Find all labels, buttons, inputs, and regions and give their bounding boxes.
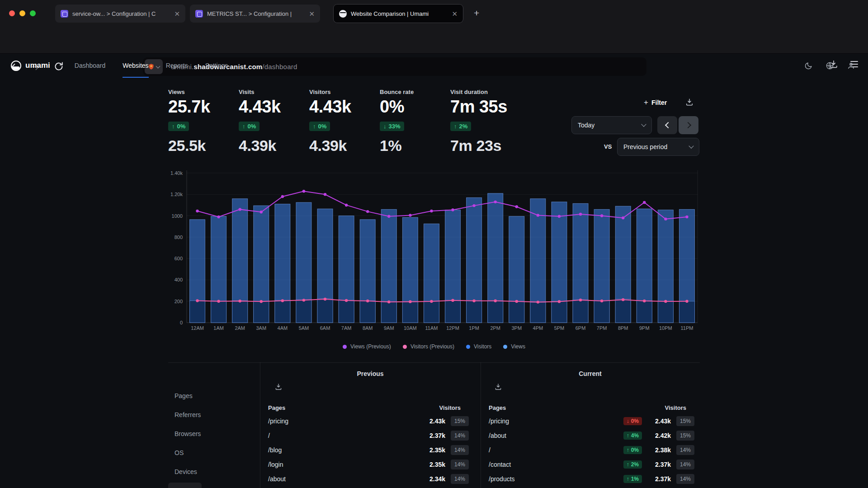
metric-value: 0% (380, 97, 450, 117)
visitors-value: 2.42k (646, 432, 671, 439)
change-badge: ↑1% (623, 475, 642, 483)
page-path-link[interactable]: / (489, 446, 623, 454)
percent-bar: 14% (451, 431, 469, 441)
page-path-link[interactable]: /contact (489, 461, 623, 468)
svg-text:2PM: 2PM (490, 325, 500, 331)
percent-bar: 15% (676, 416, 694, 426)
page-path-link[interactable]: /pricing (268, 418, 421, 425)
chart-canvas: 020040060080010001.20k1.40k12AM1AM2AM3AM… (168, 167, 700, 339)
table-row: /products ↑1% 2.37k 14% (489, 472, 694, 486)
previous-pages-table: Pages Visitors /pricing 2.43k 15% / 2.37… (268, 401, 469, 486)
percent-bar: 15% (676, 431, 694, 441)
chevron-right-icon (684, 122, 691, 128)
metric-bounce-rate: Bounce rate 0% ↓33% 1% (380, 89, 450, 155)
minimize-window-button[interactable] (19, 10, 25, 16)
metric-change-badge: ↑0% (168, 122, 189, 131)
nav-item-websites[interactable]: Websites (123, 53, 148, 78)
svg-text:6PM: 6PM (576, 325, 586, 331)
dashboard-content: Views 25.7k ↑0% 25.5k Visits 4.43k ↑0% 4… (168, 0, 700, 488)
metric-value: 4.43k (239, 97, 309, 117)
visitors-value: 2.34k (421, 475, 445, 483)
svg-text:10AM: 10AM (404, 325, 417, 331)
comparison-menu: Pages Referrers Browsers OS Devices (168, 388, 254, 488)
page-path-link[interactable]: /pricing (489, 418, 623, 425)
svg-text:11PM: 11PM (680, 325, 693, 331)
visitors-value: 2.37k (421, 432, 445, 439)
percent-bar: 15% (451, 416, 469, 426)
svg-text:3AM: 3AM (256, 325, 266, 331)
menu-item-os[interactable]: OS (168, 445, 254, 461)
menu-item-partial[interactable] (168, 483, 202, 488)
metric-visit-duration: Visit duration 7m 35s ↑2% 7m 23s (450, 89, 545, 155)
svg-text:400: 400 (175, 277, 183, 282)
nav-item-dashboard[interactable]: Dashboard (75, 53, 106, 78)
svg-text:5AM: 5AM (299, 325, 309, 331)
menu-item-pages[interactable]: Pages (168, 388, 254, 404)
svg-text:11AM: 11AM (425, 325, 438, 331)
download-previous-icon[interactable] (273, 381, 284, 393)
table-row: /contact ↑2% 2.37k 14% (489, 457, 694, 472)
current-column-title: Current (481, 370, 700, 377)
language-globe-icon[interactable] (826, 61, 834, 70)
next-period-button[interactable] (679, 116, 698, 134)
compare-select[interactable]: Previous period (617, 138, 699, 156)
legend-item: Visitors (466, 343, 491, 350)
visitors-value: 2.35k (421, 461, 445, 468)
metric-views: Views 25.7k ↑0% 25.5k (168, 89, 239, 155)
chart-legend: Views (Previous) Visitors (Previous) Vis… (168, 343, 700, 350)
legend-item: Visitors (Previous) (403, 343, 454, 350)
table-row: /blog 2.35k 14% (268, 443, 469, 457)
trend-arrow-icon: ↑ (627, 476, 629, 482)
svg-text:600: 600 (175, 256, 183, 261)
menu-item-browsers[interactable]: Browsers (168, 426, 254, 442)
percent-bar: 14% (451, 460, 469, 469)
table-header: Pages Visitors (489, 401, 694, 414)
page-path-link[interactable]: /blog (268, 446, 421, 454)
export-icon[interactable] (685, 98, 694, 107)
svg-text:0: 0 (180, 320, 183, 325)
table-header: Pages Visitors (268, 401, 469, 414)
svg-text:9PM: 9PM (639, 325, 650, 331)
previous-period-button[interactable] (657, 116, 677, 134)
table-row: / ↑0% 2.38k 14% (489, 443, 694, 457)
svg-text:1.20k: 1.20k (170, 192, 183, 197)
svg-text:12PM: 12PM (446, 325, 459, 331)
vs-label: VS (604, 143, 612, 150)
trend-arrow-icon: ↓ (383, 123, 387, 130)
svg-text:7PM: 7PM (597, 325, 607, 331)
browser-tab[interactable]: service-ow... > Configuration | C ✕ (55, 5, 185, 23)
metric-label: Visit duration (450, 89, 545, 95)
download-current-icon[interactable] (492, 381, 504, 393)
metric-label: Visitors (309, 89, 380, 95)
close-window-button[interactable] (9, 10, 15, 16)
page-path-link[interactable]: / (268, 432, 421, 439)
metric-change-badge: ↓33% (380, 122, 404, 131)
page-path-link[interactable]: /about (268, 475, 421, 483)
metric-change-badge: ↑0% (309, 122, 330, 131)
trend-arrow-icon: ↑ (627, 432, 629, 439)
umami-brand[interactable]: umami (11, 61, 50, 71)
metric-change-badge: ↑0% (239, 122, 259, 131)
date-range-select[interactable]: Today (571, 116, 652, 134)
svg-text:200: 200 (175, 299, 183, 304)
chevron-down-icon (689, 143, 693, 148)
page-path-link[interactable]: /about (489, 432, 623, 439)
page-path-link[interactable]: /login (268, 461, 421, 468)
theme-moon-icon[interactable] (804, 61, 813, 70)
header-icons (804, 61, 855, 70)
visitors-value: 2.35k (421, 446, 445, 454)
menu-item-referrers[interactable]: Referrers (168, 407, 254, 423)
percent-bar: 14% (451, 445, 469, 455)
plus-icon: + (644, 99, 648, 106)
change-badge: ↑0% (623, 446, 642, 454)
profile-icon[interactable] (847, 61, 855, 70)
table-row: /about ↑4% 2.42k 15% (489, 428, 694, 443)
page-path-link[interactable]: /products (489, 475, 623, 483)
filter-button[interactable]: + Filter (644, 99, 667, 106)
percent-bar: 14% (676, 460, 694, 469)
trend-arrow-icon: ↑ (454, 123, 457, 130)
svg-text:1AM: 1AM (213, 325, 224, 331)
menu-item-devices[interactable]: Devices (168, 464, 254, 480)
zoom-window-button[interactable] (30, 10, 36, 16)
legend-dot-icon (466, 345, 470, 349)
